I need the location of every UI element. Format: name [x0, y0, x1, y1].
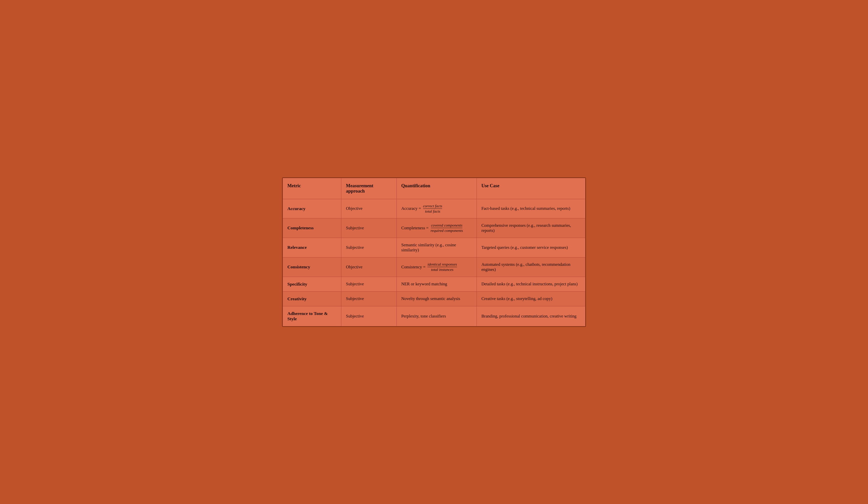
quantification-cell: Novelty through semantic analysis	[396, 291, 477, 306]
header-metric: Metric	[283, 178, 341, 199]
metric-cell: Consistency	[283, 257, 341, 277]
use-case-cell: Automated systems (e.g., chatbots, recom…	[477, 257, 586, 277]
approach-cell: Subjective	[341, 218, 396, 238]
metric-cell: Adherence to Tone & Style	[283, 306, 341, 326]
quantification-cell: NER or keyword matching	[396, 277, 477, 291]
header-approach: Measurement approach	[341, 178, 396, 199]
quantification-cell: Completeness =covered componentsrequired…	[396, 218, 477, 238]
quantification-cell: Consistency =identical responsestotal in…	[396, 257, 477, 277]
use-case-cell: Comprehensive responses (e.g., research …	[477, 218, 586, 238]
use-case-cell: Branding, professional communication, cr…	[477, 306, 586, 326]
approach-cell: Objective	[341, 257, 396, 277]
approach-cell: Subjective	[341, 238, 396, 257]
metric-cell: Relevance	[283, 238, 341, 257]
quantification-cell: Perplexity, tone classifiers	[396, 306, 477, 326]
table-row: SpecificitySubjectiveNER or keyword matc…	[283, 277, 586, 291]
metric-cell: Specificity	[283, 277, 341, 291]
approach-cell: Subjective	[341, 291, 396, 306]
metric-cell: Completeness	[283, 218, 341, 238]
header-use-case: Use Case	[477, 178, 586, 199]
table-row: Adherence to Tone & StyleSubjectivePerpl…	[283, 306, 586, 326]
table-row: RelevanceSubjectiveSemantic similarity (…	[283, 238, 586, 257]
approach-cell: Objective	[341, 199, 396, 218]
use-case-cell: Detailed tasks (e.g., technical instruct…	[477, 277, 586, 291]
metric-cell: Accuracy	[283, 199, 341, 218]
metrics-table-container: Metric Measurement approach Quantificati…	[282, 178, 586, 327]
use-case-cell: Fact-based tasks (e.g., technical summar…	[477, 199, 586, 218]
header-quantification: Quantification	[396, 178, 477, 199]
quantification-cell: Semantic similarity (e.g., cosine simila…	[396, 238, 477, 257]
use-case-cell: Targeted queries (e.g., customer service…	[477, 238, 586, 257]
metric-cell: Creativity	[283, 291, 341, 306]
approach-cell: Subjective	[341, 306, 396, 326]
use-case-cell: Creative tasks (e.g., storytelling, ad c…	[477, 291, 586, 306]
table-row: CompletenessSubjectiveCompleteness =cove…	[283, 218, 586, 238]
table-row: AccuracyObjectiveAccuracy =correct facts…	[283, 199, 586, 218]
table-row: ConsistencyObjectiveConsistency =identic…	[283, 257, 586, 277]
metrics-table: Metric Measurement approach Quantificati…	[282, 178, 586, 326]
quantification-cell: Accuracy =correct factstotal facts	[396, 199, 477, 218]
header-row: Metric Measurement approach Quantificati…	[283, 178, 586, 199]
approach-cell: Subjective	[341, 277, 396, 291]
table-row: CreativitySubjectiveNovelty through sema…	[283, 291, 586, 306]
